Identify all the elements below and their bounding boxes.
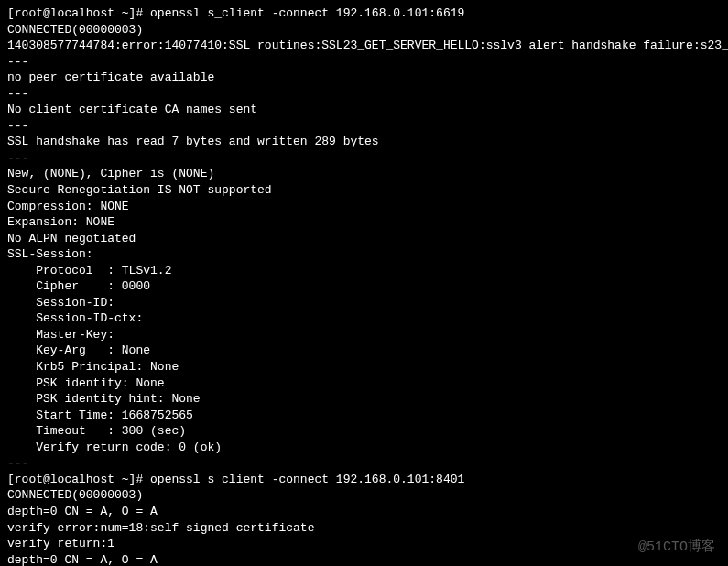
output-line: Compression: NONE — [7, 199, 721, 215]
command-line: [root@localhost ~]# openssl s_client -co… — [7, 472, 721, 488]
output-line: Expansion: NONE — [7, 214, 721, 231]
output-line: depth=0 CN = A, O = A — [7, 552, 721, 566]
output-line: CONNECTED(00000003) — [7, 22, 721, 38]
output-line: Timeout : 300 (sec) — [7, 423, 721, 440]
output-line: SSL-Session: — [7, 246, 721, 263]
output-line: Master-Key: — [7, 327, 721, 343]
output-line: --- — [7, 118, 721, 135]
command-line: [root@localhost ~]# openssl s_client -co… — [7, 5, 721, 22]
output-line: Start Time: 1668752565 — [7, 408, 721, 424]
output-line: Verify return code: 0 (ok) — [7, 440, 721, 456]
output-line: verify return:1 — [7, 536, 721, 552]
output-line: Session-ID: — [7, 295, 721, 311]
output-line: CONNECTED(00000003) — [7, 487, 721, 504]
output-line: Session-ID-ctx: — [7, 310, 721, 327]
output-line: verify error:num=18:self signed certific… — [7, 520, 721, 537]
output-line: 140308577744784:error:14077410:SSL routi… — [7, 38, 721, 54]
output-line: Key-Arg : None — [7, 343, 721, 359]
output-line: --- — [7, 54, 721, 71]
output-line: Cipher : 0000 — [7, 278, 721, 295]
output-line: Krb5 Principal: None — [7, 359, 721, 376]
output-line: --- — [7, 455, 721, 472]
output-line: New, (NONE), Cipher is (NONE) — [7, 166, 721, 182]
output-line: PSK identity hint: None — [7, 391, 721, 408]
output-line: --- — [7, 150, 721, 167]
output-line: PSK identity: None — [7, 376, 721, 392]
output-line: Protocol : TLSv1.2 — [7, 263, 721, 279]
output-line: No client certificate CA names sent — [7, 102, 721, 118]
output-line: --- — [7, 86, 721, 103]
output-line: Secure Renegotiation IS NOT supported — [7, 182, 721, 199]
output-line: SSL handshake has read 7 bytes and writt… — [7, 134, 721, 150]
output-line: no peer certificate available — [7, 70, 721, 86]
output-line: depth=0 CN = A, O = A — [7, 504, 721, 520]
terminal-output[interactable]: [root@localhost ~]# openssl s_client -co… — [0, 0, 728, 566]
output-line: No ALPN negotiated — [7, 231, 721, 247]
